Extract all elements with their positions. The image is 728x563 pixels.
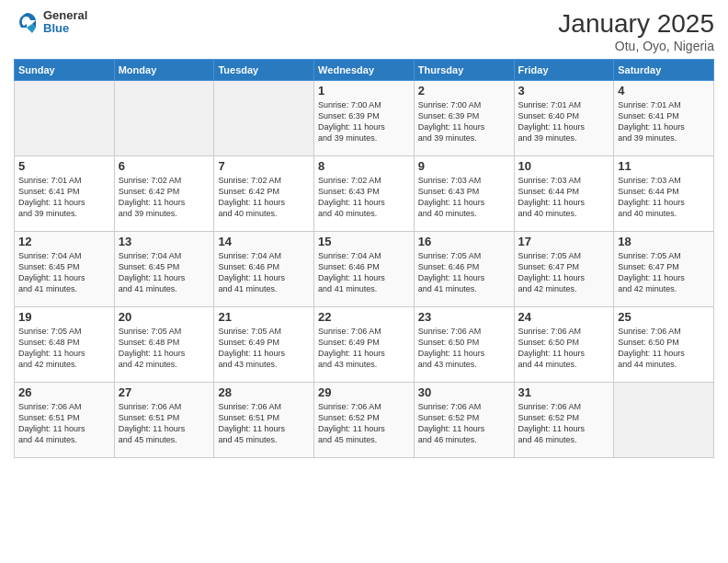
day-number: 10 xyxy=(518,159,610,173)
day-number: 14 xyxy=(218,235,310,248)
day-number: 16 xyxy=(418,235,510,248)
title-block: January 2025 Otu, Oyo, Nigeria xyxy=(558,9,714,53)
calendar-cell: 28Sunrise: 7:06 AM Sunset: 6:51 PM Dayli… xyxy=(214,383,314,458)
calendar-cell: 21Sunrise: 7:05 AM Sunset: 6:49 PM Dayli… xyxy=(214,307,314,383)
day-number: 28 xyxy=(218,385,310,399)
day-number: 19 xyxy=(18,310,110,324)
day-number: 25 xyxy=(618,310,710,324)
header-friday: Friday xyxy=(514,60,614,81)
logo-icon xyxy=(14,9,40,35)
calendar-week-0: 1Sunrise: 7:00 AM Sunset: 6:39 PM Daylig… xyxy=(15,81,714,156)
calendar-subtitle: Otu, Oyo, Nigeria xyxy=(558,39,714,53)
day-info: Sunrise: 7:01 AM Sunset: 6:41 PM Dayligh… xyxy=(618,99,710,144)
logo-general: General xyxy=(43,9,87,22)
day-info: Sunrise: 7:05 AM Sunset: 6:48 PM Dayligh… xyxy=(18,326,110,371)
day-info: Sunrise: 7:01 AM Sunset: 6:40 PM Dayligh… xyxy=(518,99,610,144)
calendar-cell: 31Sunrise: 7:06 AM Sunset: 6:52 PM Dayli… xyxy=(514,383,614,458)
calendar-cell: 16Sunrise: 7:05 AM Sunset: 6:46 PM Dayli… xyxy=(414,232,514,307)
day-number: 3 xyxy=(518,84,610,98)
day-info: Sunrise: 7:05 AM Sunset: 6:46 PM Dayligh… xyxy=(418,250,510,295)
calendar-cell: 24Sunrise: 7:06 AM Sunset: 6:50 PM Dayli… xyxy=(514,307,614,383)
day-info: Sunrise: 7:06 AM Sunset: 6:52 PM Dayligh… xyxy=(418,401,510,446)
day-number: 27 xyxy=(119,385,210,399)
calendar-cell xyxy=(114,81,214,156)
header-tuesday: Tuesday xyxy=(214,60,314,81)
day-info: Sunrise: 7:04 AM Sunset: 6:46 PM Dayligh… xyxy=(318,250,410,295)
calendar-cell xyxy=(15,81,115,156)
day-number: 7 xyxy=(218,159,310,173)
day-info: Sunrise: 7:04 AM Sunset: 6:45 PM Dayligh… xyxy=(18,250,110,295)
day-info: Sunrise: 7:06 AM Sunset: 6:51 PM Dayligh… xyxy=(218,401,310,446)
header-thursday: Thursday xyxy=(414,60,514,81)
day-number: 29 xyxy=(318,385,410,399)
calendar-cell: 4Sunrise: 7:01 AM Sunset: 6:41 PM Daylig… xyxy=(614,81,714,156)
day-number: 22 xyxy=(318,310,410,324)
day-info: Sunrise: 7:05 AM Sunset: 6:47 PM Dayligh… xyxy=(518,250,610,295)
calendar-cell: 15Sunrise: 7:04 AM Sunset: 6:46 PM Dayli… xyxy=(314,232,415,307)
calendar-cell: 6Sunrise: 7:02 AM Sunset: 6:42 PM Daylig… xyxy=(114,156,214,232)
calendar-cell xyxy=(214,81,314,156)
calendar-cell: 14Sunrise: 7:04 AM Sunset: 6:46 PM Dayli… xyxy=(214,232,314,307)
header-wednesday: Wednesday xyxy=(314,60,415,81)
calendar-cell: 10Sunrise: 7:03 AM Sunset: 6:44 PM Dayli… xyxy=(514,156,614,232)
logo: General Blue xyxy=(14,9,87,36)
day-number: 17 xyxy=(518,235,610,248)
calendar-cell xyxy=(614,383,714,458)
calendar-header: Sunday Monday Tuesday Wednesday Thursday… xyxy=(15,60,714,81)
calendar-cell: 23Sunrise: 7:06 AM Sunset: 6:50 PM Dayli… xyxy=(414,307,514,383)
day-number: 13 xyxy=(119,235,210,248)
calendar-cell: 30Sunrise: 7:06 AM Sunset: 6:52 PM Dayli… xyxy=(414,383,514,458)
day-info: Sunrise: 7:06 AM Sunset: 6:50 PM Dayligh… xyxy=(518,326,610,371)
day-info: Sunrise: 7:03 AM Sunset: 6:44 PM Dayligh… xyxy=(618,175,710,220)
day-number: 4 xyxy=(618,84,710,98)
day-info: Sunrise: 7:06 AM Sunset: 6:52 PM Dayligh… xyxy=(518,401,610,446)
day-info: Sunrise: 7:00 AM Sunset: 6:39 PM Dayligh… xyxy=(318,99,410,144)
day-number: 15 xyxy=(318,235,410,248)
calendar-cell: 2Sunrise: 7:00 AM Sunset: 6:39 PM Daylig… xyxy=(414,81,514,156)
calendar-cell: 11Sunrise: 7:03 AM Sunset: 6:44 PM Dayli… xyxy=(614,156,714,232)
day-info: Sunrise: 7:05 AM Sunset: 6:47 PM Dayligh… xyxy=(618,250,710,295)
day-number: 12 xyxy=(18,235,110,248)
header-saturday: Saturday xyxy=(614,60,714,81)
day-info: Sunrise: 7:03 AM Sunset: 6:43 PM Dayligh… xyxy=(418,175,510,220)
calendar-table: Sunday Monday Tuesday Wednesday Thursday… xyxy=(14,59,714,458)
page-container: General Blue January 2025 Otu, Oyo, Nige… xyxy=(0,0,728,467)
day-number: 30 xyxy=(418,385,510,399)
day-number: 11 xyxy=(618,159,710,173)
logo-blue: Blue xyxy=(43,22,87,35)
calendar-cell: 22Sunrise: 7:06 AM Sunset: 6:49 PM Dayli… xyxy=(314,307,415,383)
calendar-cell: 7Sunrise: 7:02 AM Sunset: 6:42 PM Daylig… xyxy=(214,156,314,232)
calendar-cell: 20Sunrise: 7:05 AM Sunset: 6:48 PM Dayli… xyxy=(114,307,214,383)
day-number: 1 xyxy=(318,84,410,98)
day-number: 6 xyxy=(119,159,210,173)
day-info: Sunrise: 7:00 AM Sunset: 6:39 PM Dayligh… xyxy=(418,99,510,144)
header-sunday: Sunday xyxy=(15,60,115,81)
calendar-cell: 27Sunrise: 7:06 AM Sunset: 6:51 PM Dayli… xyxy=(114,383,214,458)
day-number: 24 xyxy=(518,310,610,324)
header: General Blue January 2025 Otu, Oyo, Nige… xyxy=(14,9,714,53)
day-number: 26 xyxy=(18,385,110,399)
calendar-cell: 18Sunrise: 7:05 AM Sunset: 6:47 PM Dayli… xyxy=(614,232,714,307)
calendar-cell: 13Sunrise: 7:04 AM Sunset: 6:45 PM Dayli… xyxy=(114,232,214,307)
calendar-cell: 12Sunrise: 7:04 AM Sunset: 6:45 PM Dayli… xyxy=(15,232,115,307)
calendar-cell: 26Sunrise: 7:06 AM Sunset: 6:51 PM Dayli… xyxy=(15,383,115,458)
day-info: Sunrise: 7:06 AM Sunset: 6:49 PM Dayligh… xyxy=(318,326,410,371)
day-number: 8 xyxy=(318,159,410,173)
day-info: Sunrise: 7:02 AM Sunset: 6:43 PM Dayligh… xyxy=(318,175,410,220)
calendar-week-4: 26Sunrise: 7:06 AM Sunset: 6:51 PM Dayli… xyxy=(15,383,714,458)
calendar-cell: 25Sunrise: 7:06 AM Sunset: 6:50 PM Dayli… xyxy=(614,307,714,383)
header-row: Sunday Monday Tuesday Wednesday Thursday… xyxy=(15,60,714,81)
logo-text: General Blue xyxy=(43,9,87,36)
day-number: 23 xyxy=(418,310,510,324)
calendar-week-2: 12Sunrise: 7:04 AM Sunset: 6:45 PM Dayli… xyxy=(15,232,714,307)
day-info: Sunrise: 7:05 AM Sunset: 6:49 PM Dayligh… xyxy=(218,326,310,371)
day-number: 31 xyxy=(518,385,610,399)
calendar-cell: 19Sunrise: 7:05 AM Sunset: 6:48 PM Dayli… xyxy=(15,307,115,383)
calendar-cell: 3Sunrise: 7:01 AM Sunset: 6:40 PM Daylig… xyxy=(514,81,614,156)
calendar-week-1: 5Sunrise: 7:01 AM Sunset: 6:41 PM Daylig… xyxy=(15,156,714,232)
day-number: 9 xyxy=(418,159,510,173)
calendar-cell: 29Sunrise: 7:06 AM Sunset: 6:52 PM Dayli… xyxy=(314,383,415,458)
calendar-cell: 8Sunrise: 7:02 AM Sunset: 6:43 PM Daylig… xyxy=(314,156,415,232)
day-info: Sunrise: 7:03 AM Sunset: 6:44 PM Dayligh… xyxy=(518,175,610,220)
day-info: Sunrise: 7:06 AM Sunset: 6:51 PM Dayligh… xyxy=(119,401,210,446)
